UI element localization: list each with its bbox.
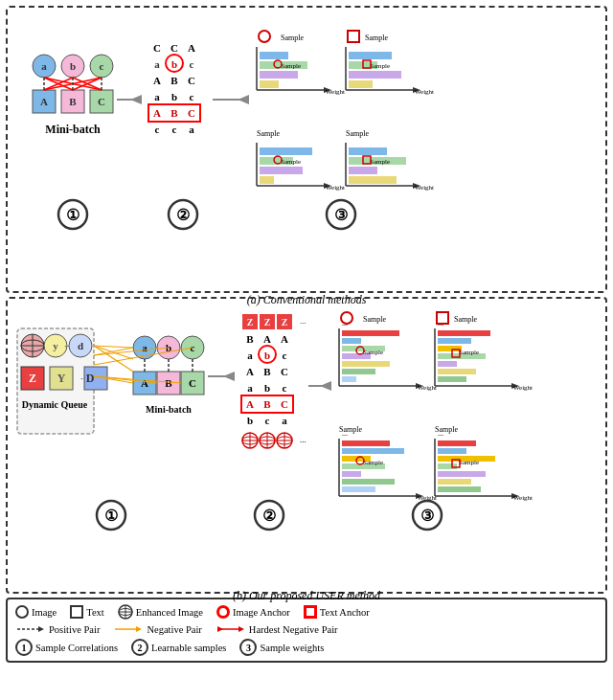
svg-point-46: [259, 31, 270, 42]
image-label: Image: [32, 607, 57, 618]
svg-text:Weight: Weight: [326, 88, 345, 96]
text-icon: [70, 605, 83, 619]
svg-text:A: A: [40, 96, 48, 107]
svg-rect-211: [438, 361, 457, 367]
svg-text:C: C: [189, 377, 196, 389]
text-anchor-label: Text Anchor: [320, 607, 370, 618]
enhanced-image-icon: [118, 604, 133, 620]
num1-icon: 1: [15, 639, 33, 656]
svg-text:C: C: [170, 42, 178, 54]
svg-text:a: a: [247, 350, 253, 361]
svg-rect-222: [342, 440, 390, 446]
svg-text:③: ③: [334, 207, 348, 223]
svg-text:C: C: [153, 42, 161, 54]
svg-text:c: c: [190, 58, 194, 70]
svg-rect-195: [342, 361, 390, 367]
svg-text:Dynamic Queue: Dynamic Queue: [22, 399, 88, 410]
svg-rect-226: [342, 471, 361, 477]
svg-text:a: a: [247, 382, 253, 394]
legend-section: Image Text Enhanced Image Image A: [6, 598, 607, 663]
svg-text:Sample: Sample: [281, 62, 301, 70]
negative-pair-icon: [113, 623, 144, 635]
svg-rect-191: [342, 330, 399, 336]
svg-text:Sample: Sample: [281, 158, 301, 166]
svg-rect-208: [438, 338, 471, 344]
svg-text:A: A: [246, 398, 254, 410]
image-icon: [15, 605, 29, 619]
svg-text:b: b: [171, 91, 177, 102]
svg-text:···: ···: [300, 318, 306, 327]
svg-text:A: A: [246, 366, 254, 377]
svg-marker-260: [136, 626, 142, 632]
svg-text:Weight: Weight: [326, 184, 345, 192]
svg-text:Weight: Weight: [415, 184, 434, 192]
svg-rect-241: [438, 471, 486, 477]
svg-text:Z: Z: [282, 317, 288, 327]
num3-icon: 3: [239, 639, 257, 656]
svg-text:A: A: [263, 333, 271, 345]
section-a: a b c A B C Mini-batch: [6, 6, 607, 293]
svg-rect-66: [349, 71, 401, 79]
text-anchor-icon: [304, 605, 317, 619]
svg-text:Sample: Sample: [454, 315, 477, 324]
svg-rect-52: [260, 52, 288, 59]
svg-rect-54: [260, 71, 298, 79]
svg-rect-240: [438, 463, 457, 469]
svg-text:Y: Y: [57, 372, 66, 385]
legend-enhanced-image: Enhanced Image: [118, 604, 203, 620]
svg-text:C: C: [188, 75, 195, 86]
diagram-b: y ··· d Z Y ··· D Dynamic Queue a b c: [15, 305, 613, 587]
svg-rect-207: [438, 330, 490, 336]
svg-text:c: c: [283, 350, 287, 361]
svg-text:A: A: [141, 377, 148, 389]
svg-rect-196: [342, 369, 375, 374]
svg-text:b: b: [171, 58, 177, 70]
legend-learnable: 2 Learnable samples: [131, 639, 226, 656]
svg-text:a: a: [142, 342, 148, 353]
svg-text:c: c: [190, 91, 194, 102]
svg-text:Sample: Sample: [363, 349, 383, 356]
legend-image-anchor: Image Anchor: [216, 605, 290, 619]
svg-text:C: C: [188, 107, 195, 119]
svg-rect-227: [342, 479, 395, 485]
svg-text:Weight: Weight: [513, 384, 533, 392]
caption-b: (b) Our proposed USER method: [15, 589, 598, 603]
image-anchor-icon: [216, 605, 230, 619]
svg-text:Z: Z: [247, 317, 254, 327]
positive-pair-label: Positive Pair: [49, 624, 100, 635]
svg-rect-77: [260, 167, 303, 174]
svg-text:y: y: [53, 340, 58, 351]
svg-rect-213: [438, 376, 466, 382]
svg-text:···: ···: [300, 437, 306, 446]
svg-marker-262: [217, 626, 223, 632]
svg-rect-192: [342, 338, 361, 344]
legend-negative-pair: Negative Pair: [113, 623, 201, 635]
svg-rect-212: [438, 369, 476, 374]
svg-text:b: b: [247, 415, 253, 426]
svg-text:B: B: [246, 333, 254, 345]
svg-text:Sample: Sample: [363, 315, 386, 324]
num2-icon: 2: [131, 639, 148, 656]
svg-text:B: B: [263, 398, 271, 410]
legend-text: Text: [70, 605, 104, 619]
legend-hardest-pair: Hardest Negative Pair: [216, 623, 338, 635]
learnable-label: Learnable samples: [151, 643, 226, 653]
svg-rect-237: [438, 440, 476, 446]
svg-text:Sample: Sample: [281, 34, 304, 42]
svg-text:③: ③: [420, 508, 434, 524]
diagram-a: a b c A B C Mini-batch: [15, 13, 613, 291]
svg-rect-64: [349, 52, 392, 59]
svg-text:A: A: [153, 75, 161, 86]
svg-text:A: A: [153, 107, 161, 119]
svg-text:A: A: [281, 333, 288, 345]
svg-text:Sample: Sample: [370, 62, 390, 70]
svg-rect-238: [438, 448, 466, 454]
svg-text:b: b: [70, 60, 76, 72]
svg-text:a: a: [282, 415, 287, 426]
sample-weights-label: Sample weights: [260, 643, 324, 653]
svg-text:Weight: Weight: [513, 494, 533, 502]
svg-text:b: b: [264, 382, 270, 394]
svg-text:C: C: [281, 398, 288, 410]
legend-sample-corr: 1 Sample Correlations: [15, 639, 118, 656]
legend-row-1: Image Text Enhanced Image Image A: [15, 604, 598, 620]
